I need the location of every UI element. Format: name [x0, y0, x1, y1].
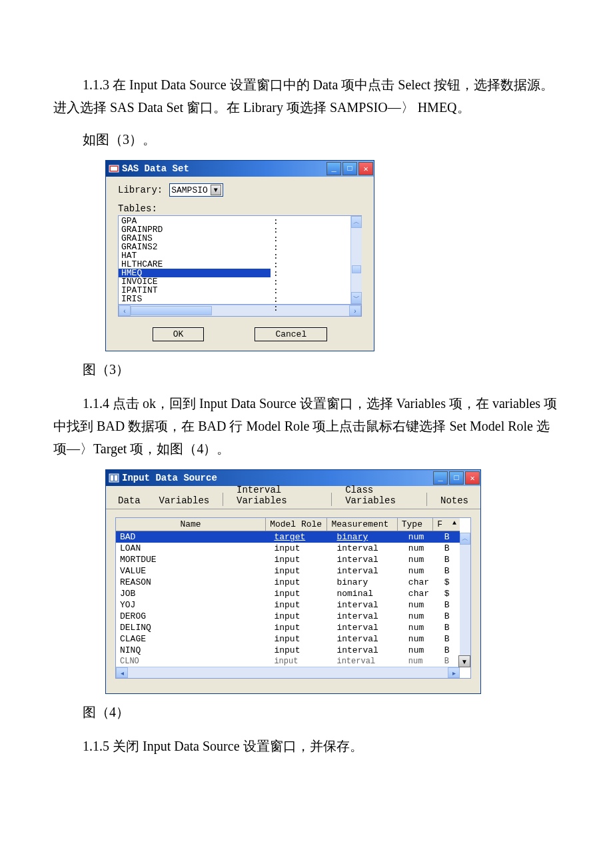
- list-item-marker: :: [271, 277, 350, 286]
- minimize-button[interactable]: _: [326, 162, 341, 175]
- tab-separator: [426, 493, 427, 506]
- cell-role: input: [270, 622, 332, 633]
- cell-f: B: [440, 633, 460, 645]
- cell-type: char: [404, 577, 440, 588]
- list-item-marker: :: [271, 217, 350, 225]
- chevron-down-icon[interactable]: ▼: [211, 185, 221, 195]
- list-item-marker: :: [271, 260, 350, 269]
- svg-rect-4: [115, 475, 117, 481]
- cell-f: B: [440, 554, 460, 565]
- cell-role: input: [270, 554, 332, 565]
- list-item[interactable]: JOBCODES: [119, 303, 271, 304]
- col-name[interactable]: Name: [116, 518, 266, 531]
- tab-separator: [331, 493, 332, 506]
- vertical-scrollbar[interactable]: ︿ ﹀: [350, 216, 362, 304]
- paragraph-ref-fig3: 如图（3）。: [53, 128, 560, 151]
- maximize-button[interactable]: □: [449, 471, 464, 485]
- scroll-thumb[interactable]: [352, 265, 361, 273]
- close-button[interactable]: ✕: [465, 471, 480, 485]
- library-dropdown[interactable]: SAMPSIO ▼: [169, 183, 223, 197]
- tab-bar: Data Variables Interval Variables Class …: [106, 486, 480, 509]
- cell-f: B: [440, 645, 460, 656]
- sort-indicator-icon[interactable]: ▲: [452, 518, 460, 531]
- cell-role: input: [270, 577, 332, 588]
- variables-grid[interactable]: Name Model Role Measurement Type F ▲ BAD…: [115, 517, 471, 679]
- col-format[interactable]: F: [433, 518, 452, 531]
- cell-role: input: [270, 565, 332, 577]
- paragraph-1-1-5: 1.1.5 关闭 Input Data Source 设置窗口，并保存。: [53, 735, 560, 757]
- titlebar[interactable]: SAS Data Set _ □ ✕: [106, 161, 374, 177]
- cell-meas: interval: [332, 611, 404, 622]
- cell-name: JOB: [116, 588, 270, 599]
- table-row[interactable]: JOBinputnominalchar$: [116, 588, 460, 599]
- cell-type: num: [404, 531, 440, 543]
- grid-vertical-scrollbar[interactable]: ︿ ﹀: [460, 533, 470, 667]
- col-measurement[interactable]: Measurement: [327, 518, 397, 531]
- horizontal-scrollbar[interactable]: ‹ ›: [118, 305, 362, 317]
- tab-class-variables[interactable]: Class Variables: [340, 483, 418, 509]
- col-type[interactable]: Type: [398, 518, 434, 531]
- cell-f: B: [440, 531, 460, 543]
- table-row[interactable]: CLNOinputintervalnumB: [116, 656, 460, 667]
- grid-horizontal-scrollbar[interactable]: ◂ ▸: [116, 667, 460, 678]
- ok-button[interactable]: OK: [153, 327, 205, 341]
- list-item-marker: :: [271, 295, 350, 303]
- scroll-right-button[interactable]: ▸: [448, 667, 460, 678]
- table-row[interactable]: VALUEinputintervalnumB: [116, 565, 460, 577]
- list-item-marker: :: [271, 234, 350, 243]
- scroll-up-button[interactable]: ︿: [351, 216, 362, 228]
- table-row[interactable]: NINQinputintervalnumB: [116, 645, 460, 656]
- scroll-down-button[interactable]: ﹀: [351, 292, 362, 304]
- table-row[interactable]: DELINQinputintervalnumB: [116, 622, 460, 633]
- col-model-role[interactable]: Model Role: [266, 518, 327, 531]
- list-item-marker: :: [271, 225, 350, 234]
- cell-name: CLNO: [116, 656, 270, 667]
- list-item[interactable]: GRAINS2: [119, 243, 271, 251]
- cell-meas: interval: [332, 645, 404, 656]
- table-row[interactable]: CLAGEinputintervalnumB: [116, 633, 460, 645]
- cell-name: CLAGE: [116, 633, 270, 645]
- library-value: SAMPSIO: [171, 185, 208, 195]
- cell-name: REASON: [116, 577, 270, 588]
- cell-role: input: [270, 599, 332, 611]
- scroll-left-button[interactable]: ‹: [119, 305, 131, 316]
- window-title: SAS Data Set: [122, 163, 189, 174]
- cell-meas: interval: [332, 543, 404, 554]
- scroll-right-button[interactable]: ›: [349, 305, 361, 316]
- table-row[interactable]: YOJinputintervalnumB: [116, 599, 460, 611]
- tab-data[interactable]: Data: [113, 494, 146, 509]
- cancel-button[interactable]: Cancel: [255, 327, 327, 341]
- maximize-button[interactable]: □: [342, 162, 357, 175]
- list-item-marker: :: [271, 269, 350, 277]
- tab-variables[interactable]: Variables: [154, 494, 215, 509]
- scroll-up-button[interactable]: ︿: [460, 533, 470, 545]
- cell-type: char: [404, 588, 440, 599]
- table-row[interactable]: DEROGinputintervalnumB: [116, 611, 460, 622]
- library-label: Library:: [118, 185, 163, 195]
- tables-listbox[interactable]: GPAGRAINPRDGRAINSGRAINS2HATHLTHCAREHMEQI…: [118, 215, 362, 305]
- paragraph-1-1-4: 1.1.4 点击 ok，回到 Input Data Source 设置窗口，选择…: [53, 392, 560, 460]
- table-row[interactable]: LOANinputintervalnumB: [116, 543, 460, 554]
- cell-type: num: [404, 611, 440, 622]
- tab-notes[interactable]: Notes: [435, 494, 474, 509]
- list-item-marker: :: [271, 243, 350, 251]
- cell-f: B: [440, 565, 460, 577]
- app-icon: [109, 164, 119, 173]
- cell-meas: interval: [332, 599, 404, 611]
- cell-name: DELINQ: [116, 622, 270, 633]
- table-row[interactable]: REASONinputbinarychar$: [116, 577, 460, 588]
- tab-interval-variables[interactable]: Interval Variables: [231, 483, 323, 509]
- chevron-down-icon[interactable]: ▼: [458, 655, 470, 667]
- table-row[interactable]: MORTDUEinputintervalnumB: [116, 554, 460, 565]
- cell-role: input: [270, 656, 332, 667]
- cell-f: B: [440, 543, 460, 554]
- cell-name: NINQ: [116, 645, 270, 656]
- cell-type: num: [404, 645, 440, 656]
- minimize-button[interactable]: _: [433, 471, 448, 485]
- app-icon: [109, 473, 119, 483]
- cell-f: B: [440, 622, 460, 633]
- close-button[interactable]: ✕: [358, 162, 373, 175]
- table-row[interactable]: BADtargetbinarynumB: [116, 531, 460, 543]
- hscroll-thumb[interactable]: [131, 306, 212, 315]
- scroll-left-button[interactable]: ◂: [116, 667, 128, 678]
